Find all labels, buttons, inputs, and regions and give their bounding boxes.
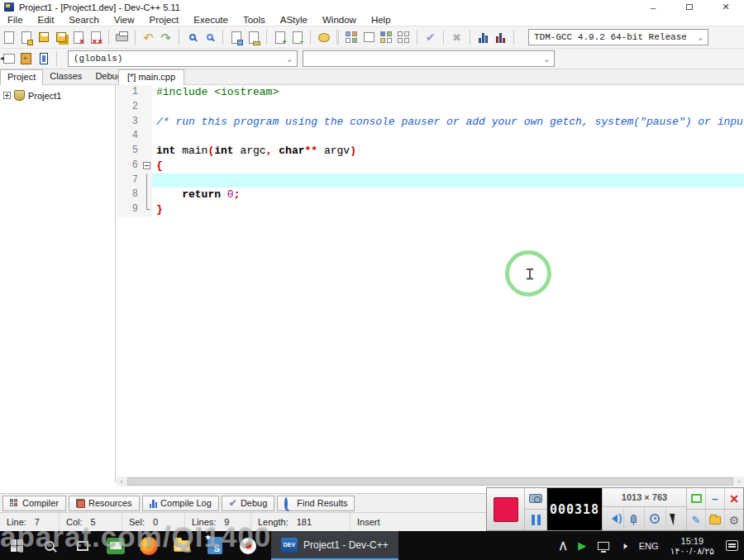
syntax-check-button[interactable]: ✔ [422,29,439,45]
abort-compilation-button[interactable]: ✖ [448,29,465,45]
tab-project[interactable]: Project [0,69,43,85]
code-line[interactable]: 5int main(int argc, char** argv) [117,144,744,159]
fold-margin[interactable] [141,129,152,144]
fold-margin[interactable] [141,100,152,115]
microphone-toggle-button[interactable] [624,507,646,530]
tray-language-button[interactable]: ENG [633,531,665,560]
swap-header-source-button[interactable] [245,29,262,45]
open-folder-button[interactable] [706,510,725,530]
webcam-toggle-button[interactable] [645,507,666,530]
compile-button[interactable] [343,29,360,45]
taskbar-search-button[interactable] [33,531,66,560]
tab-compile-log[interactable]: Compile Log [142,496,219,511]
recorder-minimize-button[interactable]: – [706,488,725,509]
select-region-button[interactable] [687,488,706,509]
print-button[interactable] [113,29,131,45]
annotate-button[interactable]: ✎ [687,510,706,530]
action-center-button[interactable] [720,531,744,560]
code-line[interactable]: 7 [117,173,744,188]
tab-debug[interactable]: ✔ Debug [222,496,274,511]
tray-volume-button[interactable]: 🕨 [615,531,633,560]
pause-button[interactable] [525,510,546,530]
code-line[interactable]: 3/* run this program using the console p… [117,115,744,130]
record-stop-button[interactable] [487,488,525,530]
tray-clock-button[interactable]: 15:19 ۱۴۰۰/۰۸/۲۵ [665,531,720,560]
code-line[interactable]: 8 return 0; [117,187,744,202]
menu-execute[interactable]: Execute [186,15,236,25]
save-all-button[interactable] [52,29,69,45]
compiler-profile-select[interactable]: TDM-GCC 4.9.2 64-bit Release ⌄ [528,29,708,45]
fold-margin[interactable] [141,115,152,130]
tab-resources[interactable]: Resources [69,496,140,511]
menu-tools[interactable]: Tools [236,15,273,25]
editor-tab-main-cpp[interactable]: [*] main.cpp [118,69,184,85]
close-file-button[interactable]: ✕ [69,29,87,45]
new-source-button[interactable]: + [17,50,35,67]
tab-find-results[interactable]: Find Results [277,496,355,511]
save-button[interactable] [35,29,52,45]
task-view-button[interactable] [66,531,99,560]
tray-show-hidden-icons[interactable]: ᐱ [554,532,572,560]
close-all-button[interactable]: ✕✕ [87,29,104,45]
screenshot-button[interactable] [525,488,546,510]
goto-line-button[interactable] [227,29,245,45]
fold-margin[interactable] [141,159,152,173]
code-line[interactable]: 9} [117,202,744,217]
code-editor[interactable]: 1#include <iostream>23/* run this progra… [117,85,744,477]
close-button[interactable]: ✕ [708,0,744,14]
compile-and-run-button[interactable] [378,29,395,45]
run-button[interactable] [360,29,378,45]
scroll-right-arrow[interactable]: › [734,477,744,486]
tree-node-project1[interactable]: Project1 [3,90,115,101]
taskbar-devcpp-button[interactable]: DEV Project1 - Dev-C++ [271,531,398,560]
redo-button[interactable]: ↷ [157,29,174,45]
fold-margin[interactable] [141,187,152,202]
menu-astyle[interactable]: AStyle [273,15,315,25]
code-line[interactable]: 1#include <iostream> [117,85,744,100]
tray-play-icon[interactable]: ▶ [572,531,592,560]
menu-file[interactable]: File [0,15,31,25]
cursor-capture-button[interactable] [666,507,687,530]
globals-select[interactable]: (globals) ⌄ [68,50,298,67]
minimize-button[interactable]: – [635,0,671,14]
bookmark-button[interactable] [35,50,52,67]
code-line[interactable]: 2 [117,100,744,115]
add-to-project-button[interactable]: + [271,29,289,45]
taskbar-firefox-button[interactable] [132,531,165,560]
editor-horizontal-scrollbar[interactable]: ‹ › [117,477,744,486]
menu-search[interactable]: Search [61,15,106,25]
tray-network-button[interactable] [592,531,615,560]
tab-compiler[interactable]: Compiler [2,496,66,511]
undo-button[interactable]: ↶ [140,29,157,45]
expand-icon[interactable] [3,92,11,99]
project-properties-button[interactable] [315,29,332,45]
remove-from-project-button[interactable]: − [289,29,306,45]
menu-edit[interactable]: Edit [31,15,62,25]
find-button[interactable] [184,29,201,45]
new-file-button[interactable] [0,29,17,45]
fold-margin[interactable] [141,144,152,159]
tab-classes[interactable]: Classes [43,69,88,85]
recorder-close-button[interactable]: ✕ [725,488,743,509]
taskbar-green-app-button[interactable] [99,531,132,560]
scroll-left-arrow[interactable]: ‹ [117,477,126,486]
fold-margin[interactable] [141,202,152,217]
fold-margin[interactable] [141,85,152,100]
profile-button[interactable] [475,29,492,45]
scrollbar-thumb[interactable] [127,477,733,486]
restore-button[interactable] [671,0,708,14]
code-line[interactable]: 6{ [117,159,744,173]
speaker-toggle-button[interactable] [603,507,624,530]
code-line[interactable]: 4 [117,129,744,144]
back-button[interactable]: ◂ [0,50,17,67]
settings-button[interactable]: ⚙ [725,510,743,530]
delete-profiling-button[interactable] [492,29,509,45]
taskbar-recorder-button[interactable] [231,531,265,560]
menu-project[interactable]: Project [142,15,187,25]
members-select[interactable]: ⌄ [303,50,555,67]
taskbar-explorer-button[interactable] [165,531,198,560]
open-file-button[interactable] [17,29,35,45]
replace-button[interactable] [201,29,218,45]
menu-window[interactable]: Window [315,15,364,25]
fold-margin[interactable] [141,173,152,188]
